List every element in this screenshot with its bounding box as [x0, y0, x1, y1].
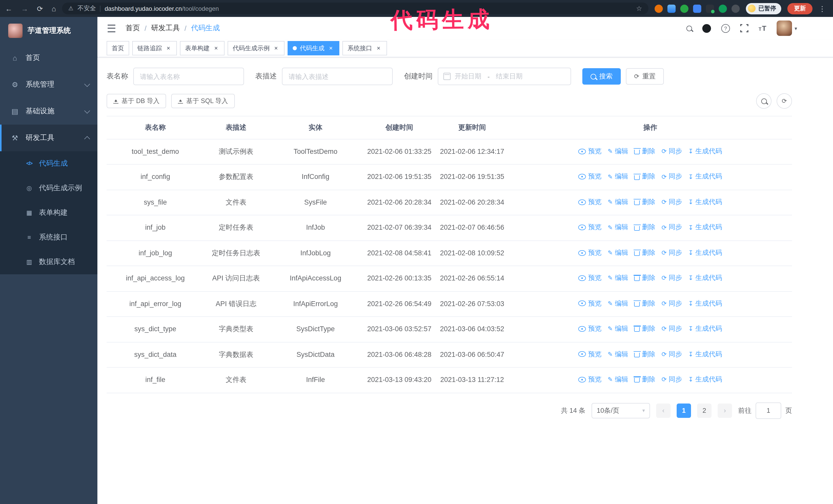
- edit-link[interactable]: ✎编辑: [608, 222, 628, 233]
- edit-link[interactable]: ✎编辑: [608, 324, 628, 334]
- sync-link[interactable]: ⟳同步: [662, 197, 682, 207]
- edit-link[interactable]: ✎编辑: [608, 273, 628, 283]
- edit-link[interactable]: ✎编辑: [608, 197, 628, 207]
- extension-icon-5[interactable]: [706, 4, 714, 13]
- edit-link[interactable]: ✎编辑: [608, 375, 628, 385]
- preview-link[interactable]: 预览: [578, 197, 601, 207]
- generate-code-link[interactable]: ↧生成代码: [688, 375, 722, 385]
- preview-link[interactable]: 预览: [578, 375, 601, 385]
- generate-code-link[interactable]: ↧生成代码: [688, 222, 722, 233]
- hamburger-icon[interactable]: [108, 24, 115, 32]
- sync-link[interactable]: ⟳同步: [662, 146, 682, 157]
- tab-home[interactable]: 首页: [106, 41, 129, 55]
- tab-codegen[interactable]: 代码生成 ×: [288, 41, 339, 55]
- edit-link[interactable]: ✎编辑: [608, 171, 628, 182]
- delete-link[interactable]: 删除: [634, 248, 656, 258]
- sidebar-item-system[interactable]: ⚙ 系统管理: [0, 71, 97, 98]
- generate-code-link[interactable]: ↧生成代码: [688, 324, 722, 334]
- forward-icon[interactable]: →: [21, 4, 28, 13]
- user-menu[interactable]: ▾: [777, 21, 797, 36]
- page-size-select[interactable]: 10条/页 ▾: [592, 403, 650, 418]
- extension-icon-1[interactable]: [654, 4, 663, 13]
- delete-link[interactable]: 删除: [634, 197, 656, 207]
- edit-link[interactable]: ✎编辑: [608, 298, 628, 309]
- import-sql-button[interactable]: 基于 SQL 导入: [171, 94, 235, 108]
- preview-link[interactable]: 预览: [578, 349, 601, 359]
- generate-code-link[interactable]: ↧生成代码: [688, 298, 722, 309]
- generate-code-link[interactable]: ↧生成代码: [688, 349, 722, 359]
- table-desc-input[interactable]: [282, 68, 392, 85]
- delete-link[interactable]: 删除: [634, 222, 656, 233]
- edit-link[interactable]: ✎编辑: [608, 248, 628, 258]
- toggle-search-button[interactable]: [756, 93, 771, 109]
- preview-link[interactable]: 预览: [578, 171, 601, 182]
- extension-icon-6[interactable]: [718, 4, 727, 13]
- search-button[interactable]: 搜索: [582, 68, 621, 85]
- sync-link[interactable]: ⟳同步: [662, 349, 682, 359]
- browser-update-button[interactable]: 更新: [787, 3, 812, 14]
- help-icon[interactable]: ?: [721, 24, 730, 32]
- tab-tracing[interactable]: 链路追踪 ×: [132, 41, 177, 55]
- preview-link[interactable]: 预览: [578, 273, 601, 283]
- preview-link[interactable]: 预览: [578, 248, 601, 258]
- close-icon[interactable]: ×: [273, 45, 279, 51]
- generate-code-link[interactable]: ↧生成代码: [688, 197, 722, 207]
- preview-link[interactable]: 预览: [578, 298, 601, 309]
- address-bar[interactable]: ⚠ 不安全 dashboard.yudao.iocoder.cn/tool/co…: [62, 3, 648, 14]
- delete-link[interactable]: 删除: [634, 146, 656, 157]
- sidebar-item-codegen[interactable]: </> 代码生成: [0, 151, 97, 176]
- tab-form-builder[interactable]: 表单构建 ×: [180, 41, 224, 55]
- sync-link[interactable]: ⟳同步: [662, 222, 682, 233]
- extension-icon-7[interactable]: [731, 4, 739, 13]
- breadcrumb-home[interactable]: 首页: [125, 24, 140, 33]
- close-icon[interactable]: ×: [375, 45, 382, 51]
- delete-link[interactable]: 删除: [634, 171, 656, 182]
- reload-icon[interactable]: ⟳: [37, 4, 43, 13]
- sidebar-item-system-api[interactable]: ≡ 系统接口: [0, 225, 97, 250]
- close-icon[interactable]: ×: [165, 45, 172, 51]
- home-icon[interactable]: ⌂: [51, 4, 56, 13]
- page-button-1[interactable]: 1: [677, 404, 691, 418]
- date-range-picker[interactable]: 开始日期 - 结束日期: [438, 68, 571, 85]
- delete-link[interactable]: 删除: [634, 349, 656, 359]
- table-name-input[interactable]: [133, 68, 244, 85]
- bookmark-star-icon[interactable]: ☆: [636, 5, 642, 12]
- profile-paused-chip[interactable]: 已暂停: [745, 3, 781, 14]
- edit-link[interactable]: ✎编辑: [608, 146, 628, 157]
- back-icon[interactable]: ←: [5, 4, 12, 13]
- prev-page-button[interactable]: ‹: [656, 404, 670, 418]
- delete-link[interactable]: 删除: [634, 273, 656, 283]
- sidebar-item-devtools[interactable]: ⚒ 研发工具: [0, 125, 97, 151]
- delete-link[interactable]: 删除: [634, 324, 656, 334]
- reset-button[interactable]: ⟳ 重置: [626, 68, 664, 85]
- goto-page-input[interactable]: [756, 403, 781, 419]
- sync-link[interactable]: ⟳同步: [662, 171, 682, 182]
- generate-code-link[interactable]: ↧生成代码: [688, 273, 722, 283]
- sidebar-item-form-builder[interactable]: ▦ 表单构建: [0, 200, 97, 225]
- fullscreen-icon[interactable]: [740, 24, 748, 32]
- close-icon[interactable]: ×: [213, 45, 219, 51]
- sidebar-item-infra[interactable]: ▤ 基础设施: [0, 98, 97, 125]
- preview-link[interactable]: 预览: [578, 146, 601, 157]
- page-button-2[interactable]: 2: [697, 404, 712, 418]
- generate-code-link[interactable]: ↧生成代码: [688, 248, 722, 258]
- sync-link[interactable]: ⟳同步: [662, 375, 682, 385]
- sync-link[interactable]: ⟳同步: [662, 273, 682, 283]
- browser-menu-icon[interactable]: ⋮: [819, 4, 826, 13]
- import-db-button[interactable]: 基于 DB 导入: [106, 94, 166, 108]
- sidebar-item-codegen-example[interactable]: ◎ 代码生成示例: [0, 176, 97, 200]
- extension-icon-3[interactable]: [680, 4, 688, 13]
- extension-icon-2[interactable]: [667, 4, 675, 13]
- preview-link[interactable]: 预览: [578, 324, 601, 334]
- next-page-button[interactable]: ›: [718, 404, 732, 418]
- sidebar-item-db-docs[interactable]: ▥ 数据库文档: [0, 250, 97, 274]
- generate-code-link[interactable]: ↧生成代码: [688, 171, 722, 182]
- generate-code-link[interactable]: ↧生成代码: [688, 146, 722, 157]
- edit-link[interactable]: ✎编辑: [608, 349, 628, 359]
- preview-link[interactable]: 预览: [578, 222, 601, 233]
- sync-link[interactable]: ⟳同步: [662, 324, 682, 334]
- tab-codegen-example[interactable]: 代码生成示例 ×: [228, 41, 285, 55]
- refresh-button[interactable]: ⟳: [777, 93, 792, 109]
- delete-link[interactable]: 删除: [634, 375, 656, 385]
- sync-link[interactable]: ⟳同步: [662, 298, 682, 309]
